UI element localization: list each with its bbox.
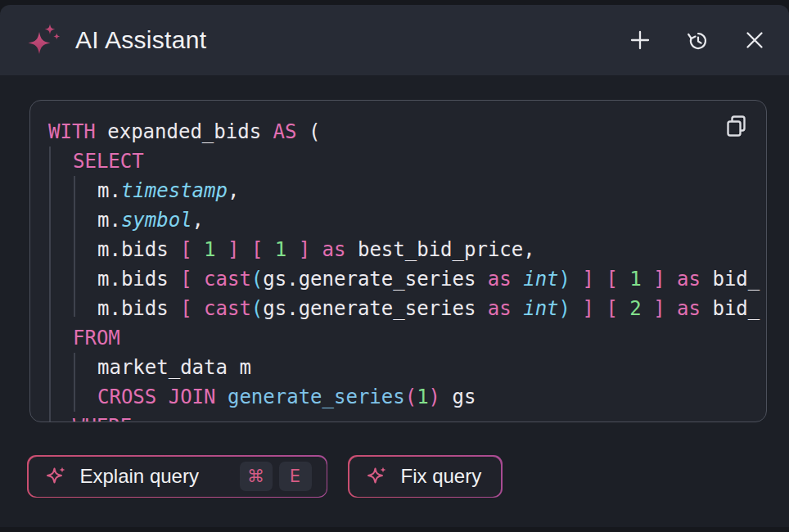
history-icon — [686, 29, 709, 52]
sql-code-block: WITH expanded_bids AS (SELECTm.timestamp… — [29, 100, 767, 422]
e-keycap: E — [279, 462, 312, 491]
fix-query-button[interactable]: Fix query — [348, 455, 503, 498]
code-line: m.symbol, — [48, 205, 766, 235]
actions-row: Explain query ⌘ E Fix query — [27, 455, 503, 498]
sparkle-logo-icon — [25, 21, 62, 59]
sparkle-icon — [45, 466, 67, 488]
code-line: m.bids [ 1 ] [ 1 ] as best_bid_price, — [48, 235, 766, 264]
code-line: FROM — [48, 323, 766, 353]
copy-icon — [724, 130, 750, 142]
code-lines: WITH expanded_bids AS (SELECTm.timestamp… — [30, 101, 766, 422]
code-line: SELECT — [48, 147, 766, 176]
code-line: CROSS JOIN generate_series(1) gs — [48, 382, 766, 412]
shortcut-keys: ⌘ E — [240, 462, 312, 491]
close-icon — [743, 29, 766, 52]
close-button[interactable] — [743, 29, 766, 52]
new-chat-button[interactable] — [629, 29, 651, 52]
code-line: m.bids [ cast(gs.generate_series as int)… — [48, 264, 766, 294]
copy-code-button[interactable] — [724, 114, 750, 140]
history-button[interactable] — [686, 29, 709, 52]
plus-icon — [629, 29, 651, 52]
code-line: m.timestamp, — [48, 176, 766, 205]
code-line: market_data m — [48, 353, 766, 382]
sparkle-icon — [366, 466, 388, 488]
panel-title: AI Assistant — [75, 26, 629, 54]
explain-query-label: Explain query — [80, 465, 199, 488]
header-actions — [629, 29, 766, 52]
cmd-keycap: ⌘ — [240, 462, 273, 491]
code-line: WITH expanded_bids AS ( — [48, 117, 766, 147]
code-line: WHERE — [48, 412, 766, 422]
explain-query-button[interactable]: Explain query ⌘ E — [27, 455, 327, 498]
assistant-body: WITH expanded_bids AS (SELECTm.timestamp… — [0, 75, 789, 527]
fix-query-label: Fix query — [401, 465, 482, 488]
assistant-header: AI Assistant — [0, 5, 789, 75]
code-line: m.bids [ cast(gs.generate_series as int)… — [48, 294, 766, 323]
